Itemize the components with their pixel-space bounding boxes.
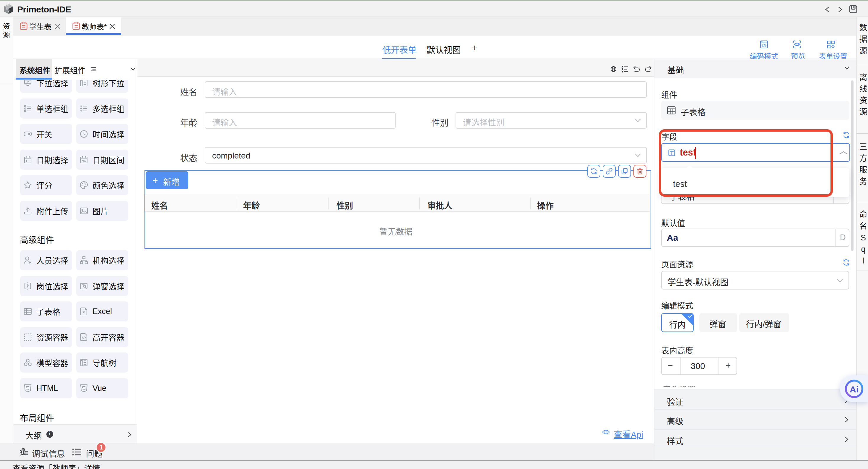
svg-text:Ai: Ai [850,384,859,394]
